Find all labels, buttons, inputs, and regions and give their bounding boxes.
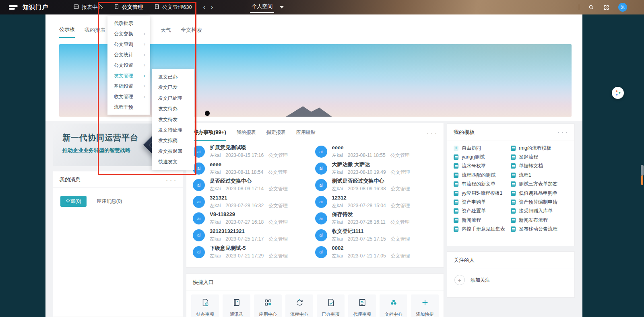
tab-my-reports[interactable]: 我的报表 [237,129,256,141]
tab-weather[interactable]: 天气 [161,27,171,38]
template-item[interactable]: 新闻流程 [454,216,511,224]
search-icon[interactable] [588,4,594,10]
submenu-item[interactable]: 发文已处理 [152,93,194,103]
messages-tab-app[interactable]: 应用消息(0) [97,198,122,205]
template-item[interactable]: 自由协同 [454,144,511,152]
tab-fulltext-search[interactable]: 全文检索 [181,27,202,38]
todo-list-item[interactable]: ai 保存待发 左kai2023-07-26 16:11公文管理 [315,211,438,228]
menu-item[interactable]: 收文管理 › [107,91,150,102]
next-icon[interactable]: › [211,4,213,10]
docs-cluster-icon [389,298,398,309]
menu-item[interactable]: 流程干预 › [107,102,150,112]
template-item[interactable]: 资产处置单 [454,207,511,216]
todo-list-item[interactable]: ai 321231321321 左kai2023-07-25 17:17公文管理 [193,228,315,245]
quick-doc-center[interactable]: 文档中心 [380,294,407,317]
messages-tab-all[interactable]: 全部(0) [60,196,87,207]
assistant-float-button[interactable] [612,87,624,99]
nav-doc-management-630[interactable]: 公文管理630 [154,4,192,11]
submenu-item[interactable]: 发文拟稿 [152,135,194,146]
todo-list-item[interactable]: ai 测试是否经过交换中心 左kai2023-08-09 16:38公文管理 [315,178,438,195]
quick-add-shortcut[interactable]: 添加快捷 [411,294,439,317]
todo-list-item[interactable]: ai 下级意见测试-5 左kai2023-07-21 17:29公文管理 [193,245,315,262]
submenu-item[interactable]: 发文已发 [152,82,194,93]
template-item[interactable]: yangrj测试 [454,152,511,161]
menu-item[interactable]: 公文统计 › [107,49,150,60]
submenu-item[interactable]: 发文待发 [152,114,194,125]
template-item[interactable]: 资产预算编制申请 [511,198,568,206]
todo-list-item[interactable]: ai 是否经过交换中心 左kai2023-08-09 17:14公文管理 [193,178,315,195]
tab-app-tiles[interactable]: 应用磁贴 [296,129,316,141]
doc-clock-icon [201,298,210,309]
menu-item[interactable]: 代录批示 › [107,18,150,29]
template-item[interactable]: yy应用5-流程模板1 [454,189,511,198]
prev-icon[interactable]: ‹ [203,4,205,10]
template-item[interactable]: 接受捐赠入库单 [511,207,568,216]
todo-list-item[interactable]: ai 321321 左kai2023-07-28 16:32公文管理 [193,195,315,212]
more-icon[interactable] [427,130,437,136]
template-doc-icon [454,218,458,223]
todo-list-item[interactable]: ai 大萨达撒 大萨达 左kai2023-08-10 19:49公文管理 [315,161,438,178]
menu-item[interactable]: 公文设置 › [107,60,150,70]
todo-list-item[interactable]: ai eeee 左kai2023-08-11 18:54公文管理 [193,161,315,178]
template-item[interactable]: 测试三方表单加签 [511,180,568,189]
submenu-item[interactable]: 发文待办 [152,103,194,114]
todo-list-item[interactable]: ai 12312 左kai2023-07-28 15:04公文管理 [315,195,438,212]
quick-contacts[interactable]: 通讯录 [223,294,250,317]
submenu-item[interactable]: 发文被退回 [152,146,194,156]
doc-check-icon [326,298,335,309]
quick-proxy-items[interactable]: 代理事项 [348,294,376,317]
add-follow-icon[interactable]: + [454,275,465,285]
more-icon[interactable] [558,130,568,136]
submenu-item[interactable]: 发文待处理 [152,125,194,135]
todo-list-item[interactable]: ai 收文登记1111 左kai2023-07-25 17:15公文管理 [315,228,438,245]
todo-list-item[interactable]: ai eeee 左kai2023-08-11 18:55公文管理 [315,144,438,161]
template-doc-icon [454,200,458,205]
app-grid-icon[interactable] [603,4,609,10]
app-logo[interactable]: 知识门户 [9,4,48,11]
template-item[interactable]: 低值易耗品申购单 [511,189,568,198]
quick-entry-card: 快捷入口 待办事项 通讯录 应用中心 [186,274,444,317]
tab-assigned-reports[interactable]: 指定报表 [266,129,286,141]
menu-item[interactable]: 公文查询 › [107,39,150,49]
submenu-item[interactable]: 快速发文 [152,156,194,167]
tab-bulletin-board[interactable]: 公示板 [59,26,75,38]
chevron-right-icon: › [144,49,145,60]
template-item[interactable]: rmg的流程模板 [511,144,568,152]
template-item[interactable]: 流程1 [511,171,568,179]
menu-item[interactable]: 基础设置 › [107,81,150,91]
template-item[interactable]: 新闻发布流程 [511,216,568,224]
todo-list-item[interactable]: ai V8-118229 左kai2023-07-27 16:18公文管理 [193,211,315,228]
tab-todo-items[interactable]: 待办事项(99+) [193,129,226,141]
add-follow-label[interactable]: 添加关注 [471,277,490,284]
logo-icon [9,4,18,11]
my-messages-title: 我的消息 [60,176,80,183]
template-item[interactable]: 流程匹配的测试 [454,171,511,179]
mountain-silhouette [285,104,333,117]
avatar: ai [315,163,327,175]
space-switcher[interactable]: 个人空间 [250,2,284,13]
todo-list-item[interactable]: ai 扩展意见测试喽 左kai2023-08-15 17:16公文管理 [193,144,315,161]
template-item[interactable]: 流水号枚举 [454,162,511,171]
submenu-item[interactable]: 发文已办 [152,72,194,82]
template-item[interactable]: 资产申购单 [454,198,511,206]
scrollbar-thumb[interactable] [641,165,644,176]
todo-item-time: 2023-08-10 19:49 [348,169,386,175]
avatar[interactable]: 凯 [618,3,627,12]
quick-done-items[interactable]: 已办事项 [317,294,345,317]
todo-card: 待办事项(99+) 我的报表 指定报表 应用磁贴 ai 扩展意见测试喽 左kai… [186,123,444,268]
menu-item[interactable]: 发文管理 › [107,70,150,81]
nav-doc-management[interactable]: 公文管理 [114,4,143,11]
quick-app-center[interactable]: 应用中心 [254,294,282,317]
template-item[interactable]: 单据转文档 [511,162,568,171]
quick-todo-items[interactable]: 待办事项 [191,294,219,317]
template-item[interactable]: 发起流程 [511,152,568,161]
template-item[interactable]: 发布移动公告流程 [511,225,568,234]
template-item[interactable]: 内控手册意见征集表 [454,225,511,234]
template-item[interactable]: 有流程的新文单 [454,180,511,189]
todo-list-item[interactable]: ai 0002 左kai2023-07-21 17:05公文管理 [315,245,438,262]
tab-my-reports[interactable]: 我的报表 [85,27,105,38]
more-icon[interactable] [166,177,176,183]
nav-report-center[interactable]: 报表中心 [73,4,103,11]
menu-item[interactable]: 公文交换 › [107,29,150,39]
quick-flow-center[interactable]: 流程中心 [285,294,313,317]
